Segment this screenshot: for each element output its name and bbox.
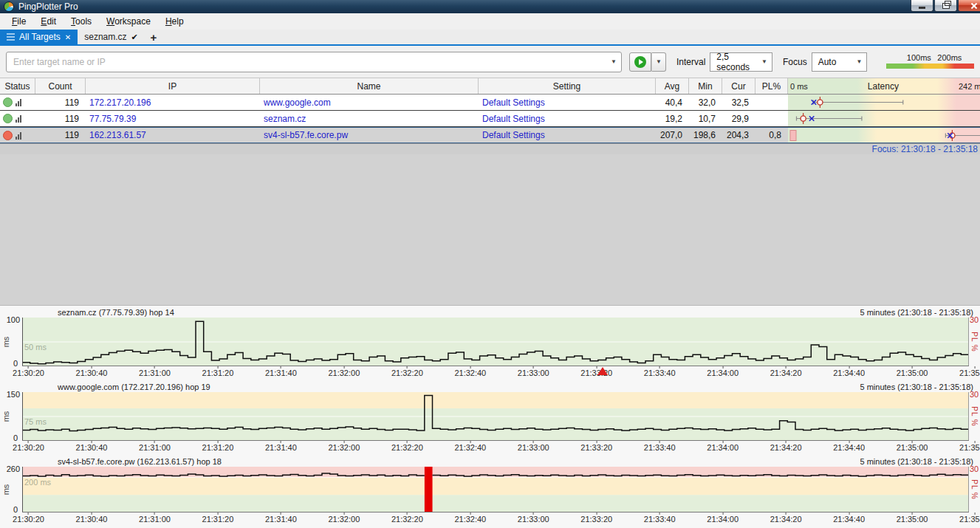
y-max-label: 150: [7, 390, 20, 399]
tab-all-targets[interactable]: All Targets ✕: [0, 30, 78, 44]
time-tick: 21:35:20: [959, 441, 980, 452]
graph-header: seznam.cz (77.75.79.39) hop 145 minutes …: [0, 307, 980, 318]
time-tick: 21:32:20: [391, 512, 423, 524]
time-tick: 21:32:40: [454, 441, 486, 452]
menu-edit[interactable]: Edit: [33, 14, 64, 29]
column-header-min[interactable]: Min: [689, 78, 722, 94]
time-tick: 21:35:00: [897, 366, 928, 377]
name-cell[interactable]: www.google.com: [260, 95, 479, 110]
latency-cell: [788, 111, 980, 126]
timeline-graph-2[interactable]: www.google.com (172.217.20.196) hop 195 …: [0, 382, 980, 453]
time-tick: 21:32:00: [328, 366, 360, 377]
table-row[interactable]: 11977.75.79.39seznam.czDefault Settings1…: [0, 111, 980, 127]
status-cell: [0, 95, 35, 110]
status-up-icon: [3, 97, 13, 107]
maximize-button[interactable]: [934, 0, 957, 12]
tab-close-icon[interactable]: ✕: [65, 33, 71, 41]
ip-cell[interactable]: 172.217.20.196: [86, 95, 260, 110]
menu-help[interactable]: Help: [158, 14, 191, 29]
column-header-status[interactable]: Status: [0, 78, 35, 94]
time-tick: 21:31:40: [265, 512, 297, 524]
interval-select[interactable]: 2,5 seconds ▼: [710, 52, 772, 72]
grid-threshold-label: 75 ms: [24, 417, 47, 426]
target-input[interactable]: [7, 57, 606, 67]
min-cell: 32,0: [689, 95, 722, 110]
plot-canvas[interactable]: [22, 318, 969, 366]
column-header-setting[interactable]: Setting: [479, 78, 656, 94]
focus-bar: Focus: 21:30:18 - 21:35:18: [0, 143, 980, 154]
target-combo: ▼: [6, 52, 622, 72]
ip-cell[interactable]: 162.213.61.57: [86, 128, 260, 143]
name-cell[interactable]: seznam.cz: [260, 111, 479, 126]
pl-max-label: 30: [970, 390, 979, 399]
time-tick: 21:31:00: [139, 441, 171, 452]
trace-graph-icon[interactable]: [16, 131, 21, 140]
time-tick: 21:34:40: [833, 512, 865, 524]
ip-cell[interactable]: 77.75.79.39: [86, 111, 260, 126]
time-tick: 21:33:40: [644, 441, 676, 452]
y-max-label: 100: [7, 315, 20, 324]
graph-header: www.google.com (172.217.20.196) hop 195 …: [0, 382, 980, 392]
grid-threshold-label: 200 ms: [24, 478, 51, 487]
maximize-icon: [942, 3, 950, 9]
column-header-avg[interactable]: Avg: [656, 78, 689, 94]
time-tick: 21:34:40: [833, 441, 865, 452]
pl-max-label: 30: [970, 315, 979, 324]
minimize-button[interactable]: [911, 0, 933, 12]
focus-select[interactable]: Auto ▼: [812, 52, 868, 72]
status-cell: [0, 111, 35, 126]
trace-graph-icon[interactable]: [16, 114, 21, 123]
new-tab-button[interactable]: +: [145, 30, 162, 44]
latency-timeline-plot[interactable]: 200 ms: [22, 467, 969, 512]
y-unit-label: ms: [1, 337, 10, 348]
time-tick: 21:30:20: [13, 441, 44, 452]
summary-menu-icon: [7, 32, 15, 42]
start-split-button: ▼: [629, 52, 666, 72]
latency-timeline-plot[interactable]: 75 ms: [22, 392, 969, 441]
column-header-ip[interactable]: IP: [86, 78, 260, 94]
toolbar: ▼ ▼ Interval 2,5 seconds ▼ Focus Auto ▼ …: [0, 46, 980, 78]
timeline-graph-3[interactable]: sv4-sl-b57.fe.core.pw (162.213.61.57) ho…: [0, 456, 980, 524]
timeline-graph-1[interactable]: seznam.cz (77.75.79.39) hop 145 minutes …: [0, 307, 980, 378]
menu-workspace[interactable]: Workspace: [99, 14, 158, 29]
time-tick: 21:33:20: [580, 441, 612, 452]
start-trace-button[interactable]: [629, 52, 651, 72]
count-cell: 119: [35, 95, 86, 110]
table-row[interactable]: 119162.213.61.57sv4-sl-b57.fe.core.pwDef…: [0, 127, 980, 143]
menu-file[interactable]: File: [4, 14, 33, 29]
time-tick: 21:31:00: [139, 512, 171, 524]
target-dropdown-icon[interactable]: ▼: [606, 58, 621, 65]
column-header-pl[interactable]: PL%: [755, 78, 788, 94]
plot-canvas[interactable]: [22, 467, 969, 512]
table-row[interactable]: 119172.217.20.196www.google.comDefault S…: [0, 95, 980, 111]
column-header-latency[interactable]: 0 ms Latency 242 ms: [788, 78, 980, 94]
column-header-cur[interactable]: Cur: [722, 78, 755, 94]
column-header-name[interactable]: Name: [260, 78, 479, 94]
plot-canvas[interactable]: [22, 392, 969, 441]
start-options-button[interactable]: ▼: [651, 52, 666, 72]
name-cell[interactable]: sv4-sl-b57.fe.core.pw: [260, 128, 479, 143]
latency-timeline-plot[interactable]: 50 ms: [22, 318, 969, 366]
grid-threshold-label: 50 ms: [24, 343, 47, 352]
time-tick: 21:30:40: [76, 441, 108, 452]
time-tick: 21:32:00: [328, 441, 360, 452]
time-tick: 21:30:40: [76, 512, 108, 524]
time-tick: 21:35:20: [959, 512, 980, 524]
y-max-label: 260: [7, 464, 20, 473]
latency-max-label: 242 ms: [959, 82, 980, 91]
setting-cell[interactable]: Default Settings: [479, 95, 656, 110]
time-tick: 21:33:00: [518, 366, 549, 377]
pl-cell: 0,8: [755, 128, 788, 143]
close-button[interactable]: [958, 0, 980, 12]
column-header-count[interactable]: Count: [35, 78, 86, 94]
setting-cell[interactable]: Default Settings: [479, 128, 656, 143]
menu-tools[interactable]: Tools: [64, 14, 99, 29]
avg-cell: 40,4: [656, 95, 689, 110]
setting-cell[interactable]: Default Settings: [479, 111, 656, 126]
tab-seznam-cz[interactable]: seznam.cz ✔: [78, 30, 145, 44]
focus-value: Auto: [818, 57, 852, 67]
graph-header: sv4-sl-b57.fe.core.pw (162.213.61.57) ho…: [0, 456, 980, 467]
target-table-body: 119172.217.20.196www.google.comDefault S…: [0, 95, 980, 143]
trace-graph-icon[interactable]: [16, 98, 21, 106]
check-icon: ✔: [131, 32, 138, 42]
